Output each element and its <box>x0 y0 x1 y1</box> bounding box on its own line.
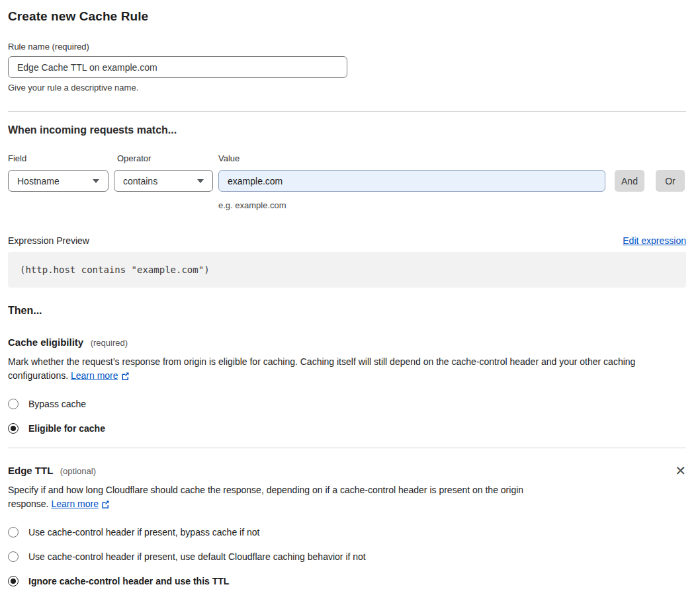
edge-ttl-header: Edge TTL (optional) ✕ <box>8 465 686 477</box>
learn-more-link[interactable]: Learn more <box>71 370 118 381</box>
value-label: Value <box>218 153 605 163</box>
chevron-down-icon <box>197 179 204 183</box>
expression-preview-label: Expression Preview <box>8 235 89 246</box>
rule-name-label: Rule name (required) <box>8 42 686 52</box>
value-help: e.g. example.com <box>218 200 605 210</box>
cache-eligibility-heading: Cache eligibility <box>8 337 83 348</box>
radio-label: Use cache-control header if present, byp… <box>28 527 259 538</box>
operator-label: Operator <box>117 153 213 163</box>
external-link-icon <box>121 370 130 384</box>
operator-select-value: contains <box>123 176 157 186</box>
expression-preview-row: Expression Preview Edit expression <box>8 235 686 246</box>
operator-column: Operator contains <box>109 153 213 192</box>
radio-label: Ignore cache-control header and use this… <box>28 576 229 586</box>
chevron-down-icon <box>93 179 99 183</box>
and-button[interactable]: And <box>615 170 644 192</box>
external-link-icon <box>101 499 110 512</box>
radio-icon <box>8 576 19 586</box>
match-section: When incoming requests match... Field Ho… <box>8 124 686 210</box>
cache-eligibility-description: Mark whether the request’s response from… <box>8 355 686 384</box>
create-cache-rule-form: Create new Cache Rule Rule name (require… <box>0 0 700 599</box>
radio-icon <box>8 399 19 409</box>
cache-eligibility-header: Cache eligibility (required) <box>8 337 686 348</box>
rule-name-group: Rule name (required) Give your rule a de… <box>8 42 686 93</box>
expression-code-block: (http.host contains "example.com") <box>8 252 686 288</box>
then-heading: Then... <box>8 305 686 317</box>
radio-ignore-header-use-ttl[interactable]: Ignore cache-control header and use this… <box>8 576 686 586</box>
match-heading: When incoming requests match... <box>8 124 686 136</box>
edge-ttl-description: Specify if and how long Cloudflare shoul… <box>8 483 558 512</box>
edge-ttl-options: Use cache-control header if present, byp… <box>8 527 686 586</box>
close-icon[interactable]: ✕ <box>675 465 686 476</box>
page-title: Create new Cache Rule <box>8 9 686 24</box>
field-select-value: Hostname <box>17 176 60 186</box>
radio-icon <box>8 423 19 434</box>
value-column: Value e.g. example.com <box>218 153 605 210</box>
radio-icon <box>8 527 19 538</box>
radio-use-header-bypass[interactable]: Use cache-control header if present, byp… <box>8 527 686 538</box>
radio-bypass-cache[interactable]: Bypass cache <box>8 399 686 409</box>
radio-label: Use cache-control header if present, use… <box>28 551 366 562</box>
rule-name-input[interactable] <box>8 56 347 78</box>
divider <box>8 448 686 448</box>
radio-label: Eligible for cache <box>28 423 105 434</box>
edge-ttl-heading: Edge TTL <box>8 465 53 476</box>
edge-ttl-qualifier: (optional) <box>60 466 96 476</box>
cache-eligibility-qualifier: (required) <box>91 338 128 348</box>
cache-eligibility-section: Cache eligibility (required) Mark whethe… <box>8 337 686 434</box>
field-select[interactable]: Hostname <box>8 170 109 192</box>
radio-use-header-default[interactable]: Use cache-control header if present, use… <box>8 551 686 562</box>
match-grid: Field Hostname Operator contains Value e… <box>8 153 686 210</box>
expression-code: (http.host contains "example.com") <box>20 264 210 275</box>
field-label: Field <box>8 153 109 163</box>
connector-buttons: And Or <box>615 153 685 192</box>
learn-more-link[interactable]: Learn more <box>51 499 99 509</box>
radio-eligible-for-cache[interactable]: Eligible for cache <box>8 423 686 434</box>
edit-expression-link[interactable]: Edit expression <box>623 235 686 246</box>
or-button[interactable]: Or <box>656 170 685 192</box>
value-input[interactable] <box>218 170 605 192</box>
radio-label: Bypass cache <box>28 399 86 409</box>
cache-eligibility-options: Bypass cache Eligible for cache <box>8 399 686 434</box>
divider <box>8 111 686 112</box>
field-column: Field Hostname <box>8 153 109 192</box>
operator-select[interactable]: contains <box>114 170 213 192</box>
edge-ttl-section: Edge TTL (optional) ✕ Specify if and how… <box>8 465 686 599</box>
radio-icon <box>8 551 19 562</box>
rule-name-help: Give your rule a descriptive name. <box>8 83 686 93</box>
